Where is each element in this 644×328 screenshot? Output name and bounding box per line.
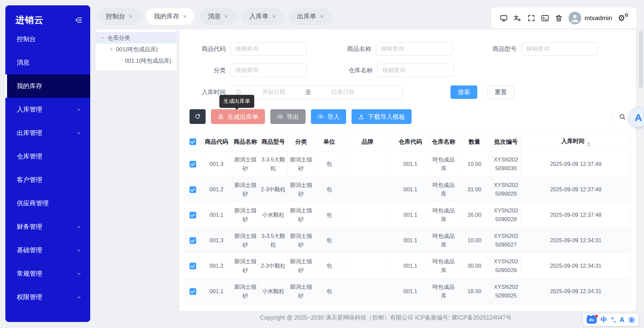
table-cell: 包 <box>315 279 344 304</box>
product-name-input[interactable] <box>376 42 452 56</box>
row-checkbox[interactable] <box>190 212 196 218</box>
export-button[interactable]: 导出 <box>270 109 306 124</box>
button-label: 导出 <box>287 113 299 121</box>
tab[interactable]: 我的库存× <box>146 8 195 25</box>
caret-down-icon[interactable] <box>100 36 105 40</box>
column-header-label: 分类 <box>295 138 307 145</box>
table-cell <box>344 202 391 228</box>
close-icon[interactable]: × <box>272 13 276 19</box>
sidebar-item[interactable]: 控制台 <box>5 27 90 51</box>
trash-icon[interactable] <box>555 14 563 22</box>
column-header-label: 数量 <box>469 138 480 145</box>
tab-label: 入库单 <box>250 12 269 21</box>
chevron-down-icon <box>76 107 82 112</box>
ime-letter-a-icon[interactable]: A <box>620 316 624 324</box>
sidebar-item[interactable]: 我的库存 <box>5 74 90 98</box>
table-cell: XYSN2025090027 <box>492 228 521 253</box>
row-checkbox[interactable] <box>190 288 196 295</box>
table-row: 001.3膨润土猫砂3-3.5大颗粒膨润土猫砂包001.1吨包成品库10.00X… <box>184 228 631 253</box>
field-label: 分类 <box>190 66 226 74</box>
table-cell: 26.00 <box>458 202 492 228</box>
table-cell: 膨润土猫砂 <box>288 228 315 253</box>
close-icon[interactable]: × <box>320 13 324 19</box>
tree-node[interactable]: 001.1(吨包成品库) <box>96 55 177 66</box>
tab[interactable]: 消息× <box>200 8 236 25</box>
row-checkbox[interactable] <box>190 161 196 168</box>
sidebar-item[interactable]: 出库管理 <box>5 121 90 145</box>
table-cell: 吨包成品库 <box>430 228 458 253</box>
ime-toolbar: du中°,A <box>583 314 639 326</box>
table-cell: 吨包成品库 <box>430 151 458 177</box>
terminal-icon[interactable] <box>541 14 549 22</box>
table-search-icon[interactable] <box>619 113 626 120</box>
table-cell: 001.3 <box>201 151 232 177</box>
table-cell: 2025-09-09 12:37:48 <box>521 202 631 228</box>
sidebar-item[interactable]: 仓库管理 <box>5 145 90 168</box>
warehouse-name-input[interactable] <box>377 64 454 77</box>
gears-icon[interactable]: ⚙⚙ <box>618 13 628 23</box>
chinese-mode-icon[interactable]: 中 <box>600 315 607 324</box>
sidebar-collapse-icon[interactable] <box>75 16 83 24</box>
field-label: 商品代码 <box>190 45 226 53</box>
table-container: 商品代码商品名称商品型号分类单位品牌仓库代码仓库名称数量批次编号入库时间 001… <box>179 124 636 304</box>
column-header: 仓库名称 <box>430 132 458 151</box>
table-cell: 001.1 <box>391 151 430 177</box>
sidebar-item[interactable]: 权限管理 <box>5 285 90 309</box>
sidebar-item[interactable]: 入库管理 <box>5 98 90 121</box>
caret-down-icon[interactable] <box>109 47 113 52</box>
row-checkbox[interactable] <box>190 263 196 269</box>
sidebar-item[interactable]: 客户管理 <box>5 168 90 192</box>
table-cell: 10.00 <box>458 151 492 177</box>
column-header-label: 商品代码 <box>205 138 228 145</box>
tree-node[interactable]: 仓库分类 <box>96 32 177 44</box>
punctuation-icon[interactable]: °, <box>611 316 616 324</box>
table-cell: XYSN2025090030 <box>492 151 521 177</box>
sidebar-item[interactable]: 基础管理 <box>5 239 90 262</box>
row-checkbox[interactable] <box>190 186 196 193</box>
table-cell: 膨润土猫砂 <box>288 177 315 202</box>
refresh-button[interactable] <box>190 109 206 124</box>
end-date-input[interactable] <box>313 86 372 98</box>
tree-node[interactable]: 001(吨包成品库) <box>96 44 177 55</box>
sidebar-item[interactable]: 消息 <box>5 51 90 74</box>
row-checkbox-cell <box>184 228 201 253</box>
tab[interactable]: 控制台× <box>98 8 141 25</box>
date-range-input[interactable]: 至 <box>230 85 403 99</box>
close-icon[interactable]: × <box>183 13 187 19</box>
download-template-button[interactable]: 下载导入模板 <box>352 109 412 124</box>
tab[interactable]: 出库单× <box>289 8 332 25</box>
sidebar-item-label: 入库管理 <box>17 105 42 114</box>
column-header-label: 仓库名称 <box>432 138 455 145</box>
sidebar-item[interactable]: 常规管理 <box>5 262 90 285</box>
table-cell: 001.1 <box>391 253 430 279</box>
select-all-checkbox[interactable] <box>190 138 196 145</box>
close-icon[interactable]: × <box>224 13 228 19</box>
baidu-ime-icon[interactable]: du <box>587 316 597 324</box>
product-model-input[interactable] <box>521 42 598 56</box>
scrollbar-thumb[interactable] <box>639 31 643 88</box>
sort-icon[interactable] <box>587 142 590 147</box>
form-row: 商品代码商品名称商品型号 <box>190 42 626 56</box>
button-label: 导入 <box>327 113 340 121</box>
username: mtxadmin <box>585 14 612 22</box>
tab[interactable]: 入库单× <box>241 8 284 25</box>
product-code-input[interactable] <box>230 42 307 56</box>
field-label: 仓库名称 <box>336 66 373 74</box>
generate-outbound-button[interactable]: 生成出库单 <box>211 109 265 124</box>
category-input[interactable] <box>230 64 307 77</box>
translate-icon[interactable]: 文A <box>514 14 522 22</box>
search-button[interactable]: 搜索 <box>450 85 477 99</box>
user-menu[interactable]: mtxadmin <box>569 12 612 24</box>
toolbar-buttons: 生成出库单导出导入下载导入模板 <box>190 109 412 124</box>
apps-grid-icon[interactable] <box>628 317 635 323</box>
reset-button[interactable]: 重置 <box>487 85 514 99</box>
sidebar-item[interactable]: 供应商管理 <box>5 192 90 215</box>
close-icon[interactable]: × <box>129 13 132 19</box>
column-header-label: 批次编号 <box>494 138 518 145</box>
row-checkbox[interactable] <box>190 237 196 244</box>
import-button[interactable]: 导入 <box>311 109 346 124</box>
monitor-icon[interactable] <box>500 14 508 22</box>
table-cell: XYSN2025090025 <box>492 279 521 304</box>
sidebar-item[interactable]: 财务管理 <box>5 215 90 239</box>
fullscreen-icon[interactable] <box>527 14 535 22</box>
